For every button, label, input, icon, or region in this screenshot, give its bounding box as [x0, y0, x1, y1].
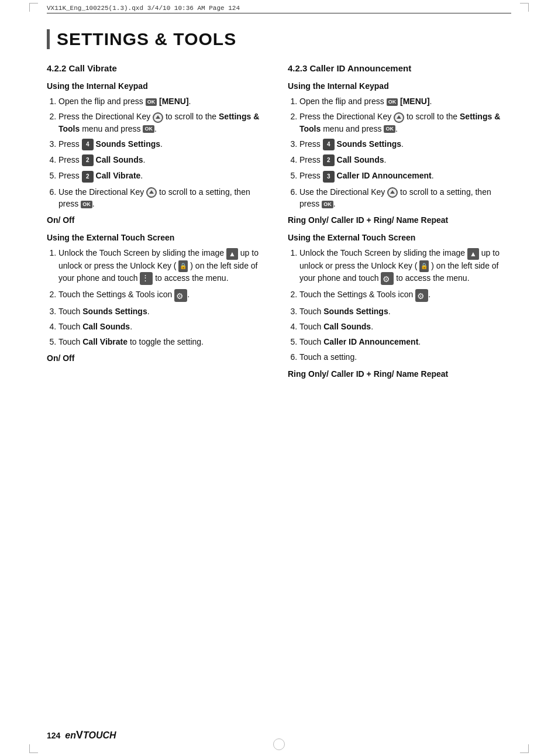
page-footer: 124 enVTOUCH — [47, 729, 116, 741]
list-item: Touch Call Sounds. — [58, 321, 270, 332]
right-internal-result: Ring Only/ Caller ID + Ring/ Name Repeat — [288, 215, 511, 225]
left-internal-keypad-title: Using the Internal Keypad — [47, 81, 270, 91]
list-item: Touch Sounds Settings. — [58, 305, 270, 317]
ok-icon: OK — [81, 201, 92, 208]
list-item: Unlock the Touch Screen by sliding the i… — [58, 247, 270, 285]
num4-icon: 4 — [82, 139, 94, 150]
page-header: VX11K_Eng_100225(1.3).qxd 3/4/10 10:36 A… — [47, 5, 511, 13]
crop-mark-br — [520, 744, 529, 753]
right-internal-steps: Open the flip and press OK [MENU]. Press… — [288, 95, 511, 209]
page-content: SETTINGS & TOOLS 4.2.2 Call Vibrate Usin… — [47, 29, 511, 383]
ok-icon: OK — [322, 201, 333, 208]
up-arrow-icon: ▲ — [467, 248, 479, 260]
left-external-result: On/ Off — [47, 353, 270, 363]
crop-mark-tr — [520, 3, 529, 12]
right-external-steps: Unlock the Touch Screen by sliding the i… — [288, 247, 511, 363]
list-item: Press 2 Call Sounds. — [299, 154, 511, 166]
num3-icon: 3 — [323, 171, 335, 183]
list-item: Press the Directional Key to scroll to t… — [299, 111, 511, 135]
settings-icon — [381, 272, 394, 285]
list-item: Press 4 Sounds Settings. — [299, 138, 511, 150]
list-item: Touch the Settings & Tools icon . — [58, 288, 270, 301]
list-item: Touch the Settings & Tools icon . — [299, 288, 511, 301]
ok-icon: OK — [387, 98, 398, 106]
directional-key-icon — [387, 187, 398, 198]
list-item: Touch Sounds Settings. — [299, 305, 511, 317]
lock-icon: 🔒 — [419, 260, 429, 272]
list-item: Touch Caller ID Announcement. — [299, 336, 511, 348]
list-item: Use the Directional Key to scroll to a s… — [58, 186, 270, 210]
list-item: Touch Call Sounds. — [299, 321, 511, 332]
list-item: Unlock the Touch Screen by sliding the i… — [299, 247, 511, 285]
list-item: Open the flip and press OK [MENU]. — [299, 95, 511, 107]
ok-icon: OK — [143, 125, 154, 133]
num2b-icon: 2 — [82, 171, 94, 183]
list-item: Press 3 Caller ID Announcement. — [299, 170, 511, 182]
left-external-steps: Unlock the Touch Screen by sliding the i… — [47, 247, 270, 348]
left-section-title: 4.2.2 Call Vibrate — [47, 63, 270, 73]
bottom-circle-mark — [273, 738, 285, 750]
left-internal-steps: Open the flip and press OK [MENU]. Press… — [47, 95, 270, 209]
settings-icon — [415, 289, 428, 302]
brand-v: V — [76, 729, 83, 741]
lock-icon: 🔒 — [178, 260, 188, 272]
menu-label: [MENU] — [159, 97, 189, 106]
right-internal-keypad-title: Using the Internal Keypad — [288, 81, 511, 91]
settings-icon — [174, 289, 187, 302]
right-external-touch-title: Using the External Touch Screen — [288, 233, 511, 242]
page-number: 124 — [47, 731, 60, 740]
ok-icon: OK — [384, 125, 395, 133]
right-section-title: 4.2.3 Caller ID Announcement — [288, 63, 511, 73]
ok-icon: OK — [146, 98, 157, 106]
directional-key-icon — [394, 112, 404, 123]
num2-icon: 2 — [323, 154, 335, 166]
two-column-layout: 4.2.2 Call Vibrate Using the Internal Ke… — [47, 63, 511, 383]
right-external-result: Ring Only/ Caller ID + Ring/ Name Repeat — [288, 369, 511, 379]
list-item: Press 2 Call Vibrate. — [58, 170, 270, 182]
directional-key-icon — [146, 187, 157, 198]
num4-icon: 4 — [323, 139, 335, 150]
num2-icon: 2 — [82, 154, 94, 166]
brand-logo: enVTOUCH — [65, 729, 116, 741]
list-item: Touch a setting. — [299, 351, 511, 363]
list-item: Open the flip and press OK [MENU]. — [58, 95, 270, 107]
left-external-touch-title: Using the External Touch Screen — [47, 233, 270, 242]
crop-mark-tl — [29, 3, 38, 12]
list-item: Press 4 Sounds Settings. — [58, 138, 270, 150]
menu-grid-icon — [140, 272, 153, 285]
list-item: Press 2 Call Sounds. — [58, 154, 270, 166]
list-item: Use the Directional Key to scroll to a s… — [299, 186, 511, 210]
left-column: 4.2.2 Call Vibrate Using the Internal Ke… — [47, 63, 270, 383]
header-text: VX11K_Eng_100225(1.3).qxd 3/4/10 10:36 A… — [47, 5, 240, 12]
list-item: Touch Call Vibrate to toggle the setting… — [58, 336, 270, 348]
page-title: SETTINGS & TOOLS — [47, 29, 511, 49]
list-item: Press the Directional Key to scroll to t… — [58, 111, 270, 135]
right-column: 4.2.3 Caller ID Announcement Using the I… — [288, 63, 511, 383]
left-internal-result: On/ Off — [47, 215, 270, 225]
crop-mark-bl — [29, 744, 38, 753]
directional-key-icon — [153, 112, 163, 123]
up-arrow-icon: ▲ — [226, 248, 238, 260]
